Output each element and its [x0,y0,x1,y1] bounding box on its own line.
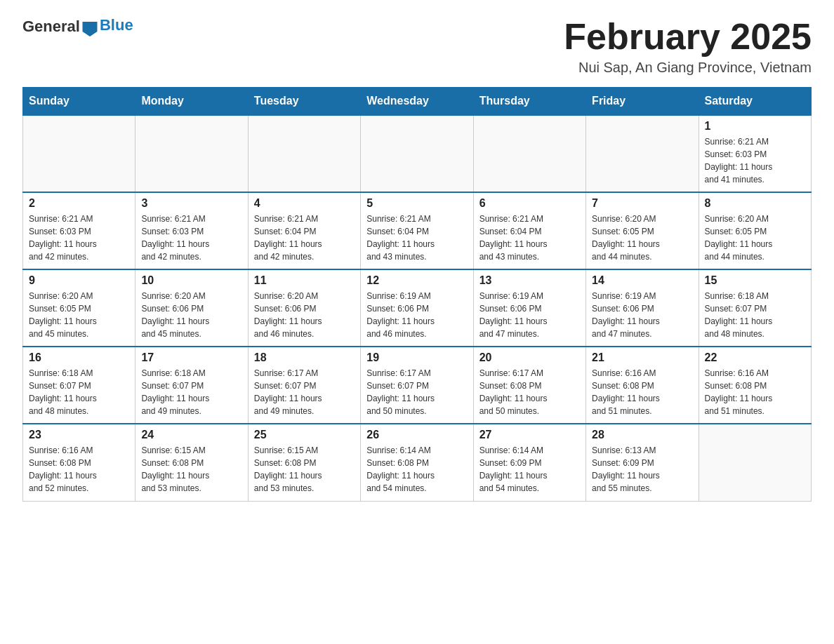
day-info: Sunrise: 6:17 AM Sunset: 6:07 PM Dayligh… [366,367,467,417]
day-number: 21 [592,351,692,364]
logo-arrow-icon [80,17,100,36]
day-info: Sunrise: 6:21 AM Sunset: 6:03 PM Dayligh… [141,213,241,263]
day-number: 13 [479,274,580,287]
day-info: Sunrise: 6:14 AM Sunset: 6:08 PM Dayligh… [366,444,467,495]
day-number: 23 [29,429,129,441]
day-info: Sunrise: 6:13 AM Sunset: 6:09 PM Dayligh… [592,444,692,495]
day-number: 7 [592,197,692,210]
day-info: Sunrise: 6:19 AM Sunset: 6:06 PM Dayligh… [592,290,692,340]
header-saturday: Saturday [699,88,811,116]
calendar-cell [699,424,811,501]
calendar-cell: 26Sunrise: 6:14 AM Sunset: 6:08 PM Dayli… [361,424,473,501]
day-info: Sunrise: 6:14 AM Sunset: 6:09 PM Dayligh… [479,444,580,495]
calendar-cell: 28Sunrise: 6:13 AM Sunset: 6:09 PM Dayli… [586,424,699,501]
location-subtitle: Nui Sap, An Giang Province, Vietnam [564,60,812,76]
calendar-cell: 14Sunrise: 6:19 AM Sunset: 6:06 PM Dayli… [586,269,699,347]
day-info: Sunrise: 6:18 AM Sunset: 6:07 PM Dayligh… [141,367,241,417]
day-info: Sunrise: 6:20 AM Sunset: 6:06 PM Dayligh… [141,290,241,340]
calendar-cell: 9Sunrise: 6:20 AM Sunset: 6:05 PM Daylig… [23,269,135,347]
day-info: Sunrise: 6:20 AM Sunset: 6:05 PM Dayligh… [592,213,692,263]
day-number: 17 [141,351,241,364]
calendar-cell: 2Sunrise: 6:21 AM Sunset: 6:03 PM Daylig… [23,192,135,269]
logo-blue-text: Blue [100,16,133,34]
day-info: Sunrise: 6:15 AM Sunset: 6:08 PM Dayligh… [141,444,241,495]
calendar-cell: 1Sunrise: 6:21 AM Sunset: 6:03 PM Daylig… [699,115,811,192]
day-info: Sunrise: 6:16 AM Sunset: 6:08 PM Dayligh… [592,367,692,417]
day-number: 26 [366,429,467,441]
week-row-3: 9Sunrise: 6:20 AM Sunset: 6:05 PM Daylig… [23,269,812,347]
logo-general-text: General [22,18,80,36]
day-number: 19 [366,351,467,364]
calendar-cell [135,115,248,192]
calendar-cell [361,115,473,192]
calendar-cell [586,115,699,192]
day-number: 28 [592,429,692,441]
day-number: 15 [705,274,805,287]
week-row-4: 16Sunrise: 6:18 AM Sunset: 6:07 PM Dayli… [23,347,812,424]
calendar-header-row: SundayMondayTuesdayWednesdayThursdayFrid… [23,88,812,116]
calendar-cell [248,115,360,192]
day-info: Sunrise: 6:18 AM Sunset: 6:07 PM Dayligh… [705,290,805,340]
day-info: Sunrise: 6:15 AM Sunset: 6:08 PM Dayligh… [254,444,355,495]
header-tuesday: Tuesday [248,88,360,116]
calendar-cell: 16Sunrise: 6:18 AM Sunset: 6:07 PM Dayli… [23,347,135,424]
header-monday: Monday [135,88,248,116]
day-number: 9 [29,274,129,287]
day-info: Sunrise: 6:20 AM Sunset: 6:05 PM Dayligh… [29,290,129,340]
month-title: February 2025 [564,17,812,57]
day-info: Sunrise: 6:20 AM Sunset: 6:06 PM Dayligh… [254,290,355,340]
day-number: 6 [479,197,580,210]
day-info: Sunrise: 6:21 AM Sunset: 6:03 PM Dayligh… [29,213,129,263]
calendar-cell: 22Sunrise: 6:16 AM Sunset: 6:08 PM Dayli… [699,347,811,424]
calendar-cell: 10Sunrise: 6:20 AM Sunset: 6:06 PM Dayli… [135,269,248,347]
day-number: 14 [592,274,692,287]
day-number: 24 [141,429,241,441]
calendar-cell [473,115,585,192]
day-number: 18 [254,351,355,364]
day-info: Sunrise: 6:18 AM Sunset: 6:07 PM Dayligh… [29,367,129,417]
calendar-cell: 5Sunrise: 6:21 AM Sunset: 6:04 PM Daylig… [361,192,473,269]
calendar-cell: 27Sunrise: 6:14 AM Sunset: 6:09 PM Dayli… [473,424,585,501]
day-info: Sunrise: 6:20 AM Sunset: 6:05 PM Dayligh… [705,213,805,263]
header-friday: Friday [586,88,699,116]
calendar-cell: 4Sunrise: 6:21 AM Sunset: 6:04 PM Daylig… [248,192,360,269]
calendar-cell: 18Sunrise: 6:17 AM Sunset: 6:07 PM Dayli… [248,347,360,424]
page-header: GeneralBlue February 2025 Nui Sap, An Gi… [22,17,812,76]
calendar-cell: 11Sunrise: 6:20 AM Sunset: 6:06 PM Dayli… [248,269,360,347]
day-number: 10 [141,274,241,287]
calendar-table: SundayMondayTuesdayWednesdayThursdayFrid… [22,87,812,502]
day-number: 16 [29,351,129,364]
calendar-cell: 23Sunrise: 6:16 AM Sunset: 6:08 PM Dayli… [23,424,135,501]
title-block: February 2025 Nui Sap, An Giang Province… [564,17,812,76]
calendar-cell: 6Sunrise: 6:21 AM Sunset: 6:04 PM Daylig… [473,192,585,269]
week-row-5: 23Sunrise: 6:16 AM Sunset: 6:08 PM Dayli… [23,424,812,501]
header-sunday: Sunday [23,88,135,116]
day-number: 12 [366,274,467,287]
week-row-1: 1Sunrise: 6:21 AM Sunset: 6:03 PM Daylig… [23,115,812,192]
calendar-cell: 17Sunrise: 6:18 AM Sunset: 6:07 PM Dayli… [135,347,248,424]
week-row-2: 2Sunrise: 6:21 AM Sunset: 6:03 PM Daylig… [23,192,812,269]
day-number: 11 [254,274,355,287]
day-info: Sunrise: 6:21 AM Sunset: 6:03 PM Dayligh… [705,135,805,186]
svg-marker-0 [82,22,97,36]
header-thursday: Thursday [473,88,585,116]
day-number: 8 [705,197,805,210]
calendar-cell: 15Sunrise: 6:18 AM Sunset: 6:07 PM Dayli… [699,269,811,347]
day-number: 5 [366,197,467,210]
day-number: 1 [705,120,805,133]
calendar-cell: 19Sunrise: 6:17 AM Sunset: 6:07 PM Dayli… [361,347,473,424]
day-number: 4 [254,197,355,210]
calendar-cell: 12Sunrise: 6:19 AM Sunset: 6:06 PM Dayli… [361,269,473,347]
calendar-cell: 3Sunrise: 6:21 AM Sunset: 6:03 PM Daylig… [135,192,248,269]
calendar-cell: 13Sunrise: 6:19 AM Sunset: 6:06 PM Dayli… [473,269,585,347]
calendar-cell: 7Sunrise: 6:20 AM Sunset: 6:05 PM Daylig… [586,192,699,269]
day-number: 2 [29,197,129,210]
day-info: Sunrise: 6:21 AM Sunset: 6:04 PM Dayligh… [366,213,467,263]
calendar-cell: 24Sunrise: 6:15 AM Sunset: 6:08 PM Dayli… [135,424,248,501]
logo: GeneralBlue [22,17,133,36]
calendar-cell: 8Sunrise: 6:20 AM Sunset: 6:05 PM Daylig… [699,192,811,269]
day-info: Sunrise: 6:17 AM Sunset: 6:07 PM Dayligh… [254,367,355,417]
day-number: 27 [479,429,580,441]
calendar-cell: 21Sunrise: 6:16 AM Sunset: 6:08 PM Dayli… [586,347,699,424]
calendar-cell [23,115,135,192]
